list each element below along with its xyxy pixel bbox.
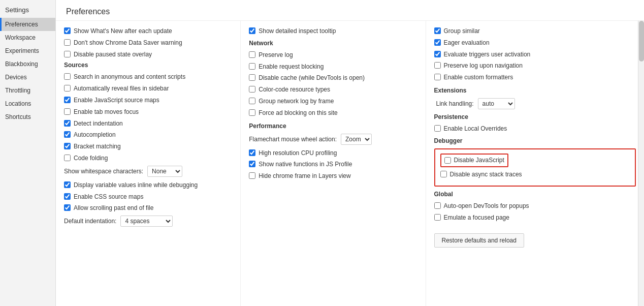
local-overrides-checkbox[interactable] bbox=[434, 125, 441, 132]
native-functions-label: Show native functions in JS Profile bbox=[259, 160, 352, 169]
checkbox-row: Hide chrome frame in Layers view bbox=[249, 172, 417, 180]
bracket-matching-checkbox[interactable] bbox=[64, 143, 71, 149]
checkbox-row: High resolution CPU profiling bbox=[249, 149, 417, 158]
high-res-cpu-checkbox[interactable] bbox=[249, 149, 255, 156]
color-code-label: Color-code resource types bbox=[259, 85, 330, 94]
debugger-section-title: Debugger bbox=[434, 137, 636, 144]
eval-triggers-label: Evaluate triggers user activation bbox=[444, 50, 531, 59]
eager-eval-checkbox[interactable] bbox=[434, 39, 441, 46]
js-source-maps-checkbox[interactable] bbox=[64, 97, 71, 103]
link-handling-label: Link handling: bbox=[436, 100, 474, 107]
hide-chrome-frame-checkbox[interactable] bbox=[249, 172, 255, 179]
show-whats-new-label: Show What's New after each update bbox=[74, 27, 172, 36]
sidebar-item-workspace[interactable]: Workspace bbox=[0, 31, 55, 44]
request-blocking-checkbox[interactable] bbox=[249, 63, 255, 70]
native-functions-checkbox[interactable] bbox=[249, 161, 255, 167]
detect-indent-label: Detect indentation bbox=[74, 119, 123, 128]
color-code-checkbox[interactable] bbox=[249, 86, 255, 93]
tab-focus-label: Enable tab moves focus bbox=[74, 108, 139, 116]
checkbox-row: Show native functions in JS Profile bbox=[249, 160, 417, 169]
checkbox-row: Bracket matching bbox=[64, 142, 232, 151]
reveal-files-checkbox[interactable] bbox=[64, 85, 71, 91]
flamechart-label: Flamechart mouse wheel action: bbox=[249, 136, 337, 143]
checkbox-row: Group similar bbox=[434, 27, 636, 36]
checkbox-row: Enable CSS source maps bbox=[64, 193, 232, 201]
content-area: Show What's New after each update Don't … bbox=[56, 21, 644, 306]
sidebar: Settings Preferences Workspace Experimen… bbox=[0, 0, 56, 306]
preserve-log-nav-label: Preserve log upon navigation bbox=[444, 62, 523, 70]
disable-js-label: Disable JavaScript bbox=[454, 156, 504, 165]
css-source-maps-checkbox[interactable] bbox=[64, 193, 71, 200]
sidebar-item-devices[interactable]: Devices bbox=[0, 71, 55, 84]
sidebar-title: Settings bbox=[0, 0, 55, 18]
group-similar-label: Group similar bbox=[444, 27, 480, 36]
request-blocking-label: Enable request blocking bbox=[259, 63, 324, 71]
sidebar-item-shortcuts[interactable]: Shortcuts bbox=[0, 110, 55, 124]
checkbox-row: Allow scrolling past end of file bbox=[64, 204, 232, 212]
checkbox-row: Force ad blocking on this site bbox=[249, 109, 417, 117]
extensions-section-title: Extensions bbox=[434, 87, 636, 94]
checkbox-row: Autocompletion bbox=[64, 131, 232, 139]
search-anon-checkbox[interactable] bbox=[64, 73, 71, 80]
eager-eval-label: Eager evaluation bbox=[444, 39, 490, 47]
no-data-saver-checkbox[interactable] bbox=[64, 39, 71, 46]
show-whats-new-checkbox[interactable] bbox=[64, 27, 71, 34]
checkbox-row: Color-code resource types bbox=[249, 85, 417, 94]
disable-js-checkbox[interactable] bbox=[444, 157, 451, 164]
emulate-focused-checkbox[interactable] bbox=[434, 214, 441, 221]
checkbox-row: Automatically reveal files in sidebar bbox=[64, 84, 232, 93]
scrollbar-thumb[interactable] bbox=[639, 21, 644, 62]
global-section-title: Global bbox=[434, 191, 636, 198]
sidebar-item-locations[interactable]: Locations bbox=[0, 97, 55, 110]
custom-formatters-checkbox[interactable] bbox=[434, 74, 441, 80]
code-folding-checkbox[interactable] bbox=[64, 155, 71, 161]
preserve-log-nav-checkbox[interactable] bbox=[434, 62, 441, 69]
eval-triggers-checkbox[interactable] bbox=[434, 51, 441, 57]
checkbox-row: Enable JavaScript source maps bbox=[64, 96, 232, 105]
preserve-log-checkbox[interactable] bbox=[249, 51, 255, 58]
sources-section-title: Sources bbox=[64, 62, 232, 69]
hide-chrome-frame-label: Hide chrome frame in Layers view bbox=[259, 172, 350, 180]
checkbox-row: Don't show Chrome Data Saver warning bbox=[64, 39, 232, 47]
force-ad-blocking-label: Force ad blocking on this site bbox=[259, 109, 337, 117]
group-similar-checkbox[interactable] bbox=[434, 27, 441, 34]
checkbox-row: Enable Local Overrides bbox=[434, 125, 636, 133]
autocompletion-checkbox[interactable] bbox=[64, 131, 71, 138]
force-ad-blocking-checkbox[interactable] bbox=[249, 109, 255, 116]
performance-section-title: Performance bbox=[249, 123, 417, 130]
page-title: Preferences bbox=[56, 0, 644, 21]
inspect-tooltip-label: Show detailed inspect tooltip bbox=[259, 27, 336, 36]
checkbox-row: Show What's New after each update bbox=[64, 27, 232, 36]
restore-defaults-button[interactable]: Restore defaults and reload bbox=[434, 233, 524, 248]
tab-focus-checkbox[interactable] bbox=[64, 108, 71, 115]
indent-label: Default indentation: bbox=[64, 218, 116, 225]
emulate-focused-label: Emulate a focused page bbox=[444, 213, 509, 222]
sidebar-item-throttling[interactable]: Throttling bbox=[0, 84, 55, 97]
detect-indent-checkbox[interactable] bbox=[64, 120, 71, 127]
inline-var-checkbox[interactable] bbox=[64, 181, 71, 188]
search-anon-label: Search in anonymous and content scripts bbox=[74, 73, 185, 81]
disable-cache-checkbox[interactable] bbox=[249, 74, 255, 81]
preserve-log-label: Preserve log bbox=[259, 51, 293, 59]
sidebar-item-experiments[interactable]: Experiments bbox=[0, 44, 55, 57]
inspect-tooltip-checkbox[interactable] bbox=[249, 27, 255, 34]
flamechart-select[interactable]: Zoom Scroll bbox=[341, 134, 372, 145]
disable-async-checkbox[interactable] bbox=[440, 171, 447, 177]
network-section-title: Network bbox=[249, 40, 417, 47]
auto-open-devtools-checkbox[interactable] bbox=[434, 202, 441, 209]
disable-cache-label: Disable cache (while DevTools is open) bbox=[259, 74, 365, 82]
group-network-checkbox[interactable] bbox=[249, 98, 255, 104]
disable-paused-checkbox[interactable] bbox=[64, 51, 71, 57]
checkbox-row: Search in anonymous and content scripts bbox=[64, 73, 232, 81]
link-handling-select[interactable]: auto browser idea bbox=[478, 98, 515, 109]
checkbox-row: Emulate a focused page bbox=[434, 213, 636, 222]
column-2: Show detailed inspect tooltip Network Pr… bbox=[241, 21, 426, 306]
sidebar-item-blackboxing[interactable]: Blackboxing bbox=[0, 57, 55, 71]
scroll-past-end-checkbox[interactable] bbox=[64, 204, 71, 211]
sidebar-item-preferences[interactable]: Preferences bbox=[0, 18, 55, 31]
whitespace-select[interactable]: None All Trailing bbox=[147, 166, 182, 177]
indent-select[interactable]: 2 spaces 4 spaces 8 spaces Tab character bbox=[120, 216, 173, 227]
group-network-label: Group network log by frame bbox=[259, 97, 334, 106]
no-data-saver-label: Don't show Chrome Data Saver warning bbox=[74, 39, 182, 47]
persistence-section-title: Persistence bbox=[434, 113, 636, 120]
